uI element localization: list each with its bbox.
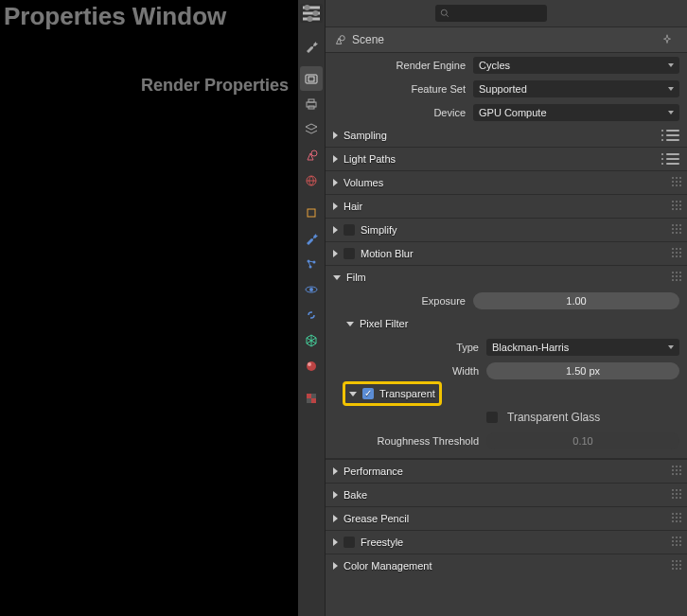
tab-material[interactable]: [300, 354, 323, 378]
slider-exposure[interactable]: 1.00: [473, 292, 679, 309]
panel-simplify[interactable]: Simplify: [326, 218, 687, 241]
search-field[interactable]: [435, 5, 547, 22]
tab-constraint[interactable]: [300, 303, 323, 327]
subpanel-transparent[interactable]: Transparent: [326, 382, 687, 405]
panel-film-label: Film: [346, 272, 366, 283]
grip-icon[interactable]: [672, 489, 680, 501]
wrench-icon: [304, 231, 319, 246]
panel-bake-label: Bake: [344, 489, 367, 501]
svg-point-20: [308, 362, 311, 366]
dropdown-device[interactable]: GPU Compute: [473, 104, 679, 121]
checkbox-transparent[interactable]: [362, 388, 374, 399]
tab-tool[interactable]: [300, 34, 323, 59]
panel-motion-blur-label: Motion Blur: [361, 248, 414, 259]
chevron-right-icon: [333, 202, 338, 210]
tab-render[interactable]: [300, 66, 323, 91]
grip-icon[interactable]: [672, 513, 680, 524]
search-input[interactable]: [450, 7, 530, 20]
svg-rect-9: [308, 99, 314, 102]
row-feature-set: Feature Set Supported: [326, 77, 687, 100]
label-transparent-glass: Transparent Glass: [507, 411, 600, 424]
label-exposure: Exposure: [333, 295, 473, 307]
properties-tabs: [298, 0, 326, 616]
panel-motion-blur[interactable]: Motion Blur: [326, 241, 687, 265]
grip-icon[interactable]: [672, 560, 680, 572]
panel-bake[interactable]: Bake: [326, 483, 687, 506]
grip-icon[interactable]: [672, 201, 680, 212]
tab-physics[interactable]: [300, 277, 323, 302]
tab-object[interactable]: [300, 201, 323, 225]
scene-icon: [333, 33, 346, 46]
grip-icon[interactable]: [672, 537, 680, 548]
annotation-title: Properties Window: [4, 2, 226, 31]
svg-rect-22: [311, 398, 316, 403]
chevron-down-icon: [346, 322, 354, 326]
annotation-subtitle: Render Properties: [141, 76, 289, 96]
highlight-transparent: Transparent: [343, 381, 442, 406]
globe-icon: [304, 173, 319, 188]
slider-pf-width[interactable]: 1.50 px: [486, 362, 679, 379]
preset-icon[interactable]: [666, 153, 679, 165]
panel-volumes[interactable]: Volumes: [326, 170, 687, 194]
subpanel-pixel-filter-label: Pixel Filter: [360, 318, 408, 329]
panel-hair[interactable]: Hair: [326, 194, 687, 218]
panel-performance[interactable]: Performance: [326, 459, 687, 483]
svg-point-5: [308, 16, 313, 22]
grip-icon[interactable]: [672, 177, 680, 188]
particles-icon: [304, 256, 319, 272]
tab-data[interactable]: [300, 328, 323, 353]
grip-icon[interactable]: [672, 224, 680, 236]
sliders-icon: [300, 2, 323, 25]
chevron-right-icon: [333, 515, 338, 522]
chevron-right-icon: [333, 538, 338, 546]
svg-rect-13: [308, 209, 315, 217]
panel-film[interactable]: Film: [326, 265, 687, 289]
checkbox-simplify[interactable]: [344, 224, 355, 236]
chevron-right-icon: [333, 226, 338, 234]
svg-point-19: [307, 361, 316, 371]
grip-icon[interactable]: [672, 272, 680, 283]
row-device: Device GPU Compute: [326, 100, 687, 124]
panel-sampling[interactable]: Sampling: [326, 124, 687, 147]
subpanel-pixel-filter[interactable]: Pixel Filter: [326, 312, 687, 335]
panel-freestyle[interactable]: Freestyle: [326, 530, 687, 554]
svg-point-26: [340, 36, 344, 41]
chevron-right-icon: [333, 179, 338, 186]
orbit-icon: [304, 282, 319, 297]
tab-output[interactable]: [300, 92, 323, 116]
label-render-engine: Render Engine: [333, 60, 473, 71]
panel-grease-pencil[interactable]: Grease Pencil: [326, 506, 687, 530]
editor-type-button[interactable]: [300, 4, 323, 23]
svg-rect-23: [311, 394, 316, 398]
label-pf-type: Type: [360, 342, 486, 353]
panel-light-paths-label: Light Paths: [344, 153, 396, 165]
grip-icon[interactable]: [672, 466, 680, 477]
panel-color-management[interactable]: Color Management: [326, 554, 687, 577]
label-roughness-threshold: Roughness Threshold: [360, 435, 486, 447]
dropdown-feature-set[interactable]: Supported: [473, 80, 679, 97]
mesh-icon: [304, 333, 319, 348]
camera-back-icon: [304, 71, 319, 86]
panel-light-paths[interactable]: Light Paths: [326, 147, 687, 170]
label-feature-set: Feature Set: [333, 83, 473, 95]
checkbox-transparent-glass[interactable]: [486, 412, 498, 423]
slider-roughness-threshold[interactable]: 0.10: [486, 432, 679, 449]
dropdown-render-engine[interactable]: Cycles: [473, 57, 679, 74]
svg-point-11: [311, 150, 317, 156]
checkbox-motion-blur[interactable]: [344, 248, 355, 259]
tab-modifier[interactable]: [300, 226, 323, 251]
printer-icon: [304, 97, 319, 112]
panel-grease-label: Grease Pencil: [344, 513, 409, 524]
dropdown-pf-type[interactable]: Blackman-Harris: [486, 339, 679, 356]
grip-icon[interactable]: [672, 248, 680, 259]
tab-texture[interactable]: [300, 386, 323, 411]
tab-viewlayer[interactable]: [300, 117, 323, 142]
preset-icon[interactable]: [666, 130, 679, 141]
chevron-down-icon: [349, 392, 357, 396]
tab-scene[interactable]: [300, 143, 323, 167]
pin-icon[interactable]: [661, 33, 674, 46]
checkbox-freestyle[interactable]: [344, 537, 355, 548]
tab-particle[interactable]: [300, 252, 323, 276]
tab-world[interactable]: [300, 168, 323, 193]
svg-rect-6: [306, 75, 317, 83]
